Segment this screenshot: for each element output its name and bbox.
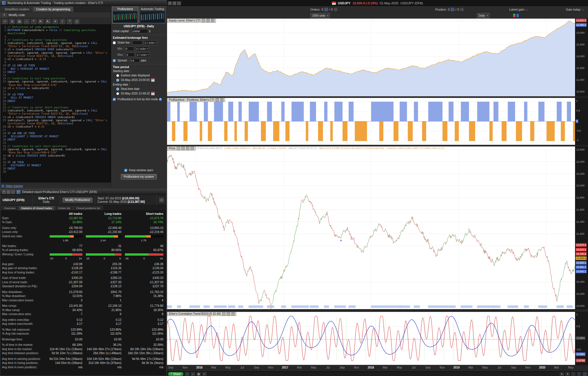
chart-titlebar[interactable]: ✕ ▢ — USDJPY 10,690.9 (-0.19%) 01-May-20… xyxy=(167,0,588,6)
magnifier-icon[interactable]: ⌕ xyxy=(177,147,180,150)
video-training-link[interactable]: Video training xyxy=(1,184,23,188)
close-icon[interactable]: ✕ xyxy=(211,19,214,22)
earliest-date-radio[interactable] xyxy=(116,74,119,77)
spread-input[interactable] xyxy=(129,58,140,63)
realtime-date-radio[interactable] xyxy=(116,88,119,90)
end-date-radio[interactable] xyxy=(116,92,119,95)
zoom-in-icon[interactable]: + xyxy=(577,372,581,376)
calendar-icon[interactable] xyxy=(151,92,155,95)
settings-icon[interactable]: ≡ xyxy=(191,147,194,150)
report-tab-2[interactable]: Orders list xyxy=(55,206,73,210)
indicator-plot[interactable]: Ehler's Correlation Trend R2X3 (5 10 40)… xyxy=(167,312,575,365)
tab-automatic-trading[interactable]: Automatic Trading xyxy=(139,7,166,24)
function-icon[interactable]: ƒ xyxy=(60,19,65,24)
print-icon[interactable]: ⎙ xyxy=(74,19,79,24)
close-icon[interactable]: ✕ xyxy=(168,1,172,5)
max-input[interactable] xyxy=(125,53,135,57)
maximize-icon[interactable]: ▢ xyxy=(173,1,176,5)
close-icon[interactable]: ✕ xyxy=(220,98,223,101)
grid-icon[interactable]: ▦ xyxy=(197,372,201,376)
back-arrow-icon[interactable]: ↩ xyxy=(202,372,206,376)
tab-creation-by-programming[interactable]: Creation by programming xyxy=(33,7,73,12)
monitor-icon[interactable]: ▭ xyxy=(191,372,195,376)
keep-window-open-checkbox[interactable] xyxy=(124,169,127,172)
probacktest-run-button[interactable]: ProBacktest my system xyxy=(121,174,156,180)
spread-checkbox[interactable] xyxy=(113,59,116,62)
video-training-label[interactable]: Video training xyxy=(5,184,23,188)
close-icon[interactable]: ✕ xyxy=(2,190,6,194)
close-icon[interactable]: ✕ xyxy=(186,147,189,150)
order-fee-unit-select[interactable]: £ / order xyxy=(144,40,158,45)
paste-icon[interactable]: ▤ xyxy=(17,19,22,24)
start-date-radio[interactable] xyxy=(116,79,119,82)
help-icon[interactable]: ? xyxy=(67,19,72,24)
min-input[interactable] xyxy=(125,47,134,51)
equity-curve-window[interactable]: Equity curve: Ehler's CTI ⌕ ▢ ✕ 13,50013… xyxy=(167,18,588,97)
price-badge: 10,810.2 xyxy=(576,248,587,251)
position-pending-icon[interactable] xyxy=(460,8,464,11)
positions-window[interactable]: ProBacktest - Positions: Ehler's CTI ▢ ✕… xyxy=(167,98,588,145)
equity-window-header[interactable]: Equity curve: Ehler's CTI ⌕ ▢ ✕ xyxy=(167,19,216,23)
hint-icon[interactable]: ☀ xyxy=(53,19,58,24)
axis-tick: 10,200 xyxy=(576,292,585,295)
orders-list-icon[interactable] xyxy=(324,8,328,11)
units-dropdown[interactable]: 1000 units xyxy=(310,13,330,18)
minimize-icon[interactable]: — xyxy=(11,190,15,194)
minimize-icon[interactable]: — xyxy=(177,1,181,5)
orders-pending-icon[interactable] xyxy=(334,8,337,11)
order-fee-input[interactable] xyxy=(132,41,143,45)
report-titlebar[interactable]: ✕ ▢ — Detailed report ProBacktest Ehler'… xyxy=(0,189,166,195)
indicator-window-header[interactable]: Ehler's Correlation Trend R2X3 (5 10 40)… xyxy=(167,312,236,316)
ratio-value: 2.44 xyxy=(84,238,123,243)
code-text: BUY 1 PERPOINT AT MARKET xyxy=(7,67,111,70)
cut-icon[interactable]: ✂ xyxy=(3,19,7,24)
comment-icon[interactable]: ❞ xyxy=(31,19,36,24)
modify-probacktest-button[interactable]: Modify ProBacktest xyxy=(63,198,92,203)
maximize-icon[interactable]: ▢ xyxy=(206,19,210,22)
price-plot[interactable]: Price ⌕ ▢ ✕ ≡ 4@9,941.05 932.15 4h 3 ord… xyxy=(167,146,575,309)
chart-style-icon[interactable] xyxy=(516,14,519,18)
timeframe-dropdown[interactable]: Daily xyxy=(477,13,490,18)
creation-titlebar[interactable]: Backtesting & Automatic Trading - Tradin… xyxy=(0,0,166,6)
share-button[interactable]: ⤴ Share xyxy=(168,372,183,376)
report-tab-0[interactable]: Overview xyxy=(1,206,18,210)
close-icon[interactable]: ✕ xyxy=(231,312,235,315)
calendar-icon[interactable] xyxy=(151,78,155,82)
positions-plot[interactable]: ProBacktest - Positions: Ehler's CTI ▢ ✕ xyxy=(167,98,575,145)
candlestick-style-icon[interactable] xyxy=(513,14,516,18)
positions-window-header[interactable]: ProBacktest - Positions: Ehler's CTI ▢ ✕ xyxy=(167,98,225,102)
tick-mode-checkbox[interactable] xyxy=(113,98,116,101)
ratio-bar-orange xyxy=(114,235,118,238)
copy-icon[interactable]: ⧉ xyxy=(10,19,15,24)
price-chart-window[interactable]: Price ⌕ ▢ ✕ ≡ 4@9,941.05 932.15 4h 3 ord… xyxy=(167,146,588,309)
magnifier-icon[interactable]: ⌕ xyxy=(222,312,225,315)
cursor-icon[interactable]: ➤ xyxy=(560,372,564,376)
search-icon[interactable]: ⌕ xyxy=(24,19,29,24)
price-window-header[interactable]: Price ⌕ ▢ ✕ ≡ xyxy=(167,146,196,151)
initial-capital-input[interactable] xyxy=(131,29,148,33)
report-tab-1[interactable]: Statistics of closed trades xyxy=(19,206,55,210)
max-unit-select[interactable]: £ / order xyxy=(136,52,150,57)
maximize-icon[interactable]: ▢ xyxy=(181,147,185,150)
indicator-window[interactable]: Ehler's Correlation Trend R2X3 (5 10 40)… xyxy=(167,312,588,365)
order-fee-checkbox[interactable] xyxy=(113,41,116,44)
tab-simplified-creation[interactable]: Simplified creation xyxy=(1,7,32,12)
min-unit-select[interactable]: £ / order xyxy=(135,46,149,51)
tab-probacktest[interactable]: ProBacktest xyxy=(112,7,138,24)
equity-plot[interactable]: Equity curve: Ehler's CTI ⌕ ▢ ✕ xyxy=(167,18,575,97)
font-decrease-icon[interactable]: A↓ xyxy=(46,19,51,24)
font-increase-icon[interactable]: A↑ xyxy=(38,19,43,24)
maximize-icon[interactable]: ▢ xyxy=(216,98,219,101)
maximize-icon[interactable]: ▢ xyxy=(227,312,230,315)
print-icon[interactable]: ⎙ xyxy=(159,198,164,203)
crosshair-icon[interactable]: ✛ xyxy=(566,372,570,376)
user-icon[interactable]: ☺ xyxy=(185,372,189,376)
maximize-icon[interactable]: ▢ xyxy=(7,190,10,194)
fullscreen-icon[interactable]: ▢ xyxy=(583,372,587,376)
magnifier-icon[interactable]: ⌕ xyxy=(202,19,205,22)
code-editor[interactable]: 1// Definition of code parameters2DEFPAR… xyxy=(1,24,111,182)
realtime-date-label: Real-time date xyxy=(121,87,140,90)
position-list-icon[interactable] xyxy=(451,8,454,11)
zoom-out-icon[interactable]: − xyxy=(571,372,575,376)
report-tab-3[interactable]: Closed positions list xyxy=(74,206,103,210)
